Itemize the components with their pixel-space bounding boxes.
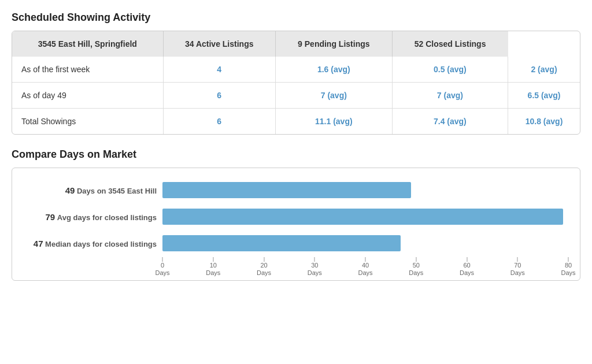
table-row: As of the first week 4 1.6 (avg) 0.5 (av… (12, 57, 580, 83)
row-subject-value: 6 (163, 83, 275, 109)
col-header-subject: 3545 East Hill, Springfield (12, 31, 163, 57)
showing-activity-title: Scheduled Showing Activity (12, 12, 580, 24)
bar-fill-subject (162, 182, 411, 198)
row-closed-value: 10.8 (avg) (508, 109, 580, 135)
bar-label-median: 47 Median days for closed listings (24, 239, 157, 248)
row-active-value: 11.1 (avg) (275, 109, 392, 135)
row-label: As of day 49 (12, 83, 163, 109)
x-axis-tick: 80Days (561, 257, 575, 277)
showing-table: 3545 East Hill, Springfield 34 Active Li… (12, 31, 580, 134)
dom-section: Compare Days on Market 49 Days on 3545 E… (12, 148, 580, 281)
x-axis-tick: 60Days (460, 257, 474, 277)
row-label: Total Showings (12, 109, 163, 135)
bar-label-subject: 49 Days on 3545 East Hill (24, 185, 157, 195)
row-subject-value: 4 (163, 57, 275, 83)
row-pending-value: 7.4 (avg) (392, 109, 508, 135)
bar-row-subject: 49 Days on 3545 East Hill (24, 182, 568, 198)
x-axis-tick: 10Days (206, 257, 220, 277)
showing-activity-section: Scheduled Showing Activity 3545 East Hil… (12, 12, 580, 135)
bar-fill-avg (162, 209, 563, 225)
bar-row-avg: 79 Avg days for closed listings (24, 209, 568, 225)
col-header-pending: 9 Pending Listings (275, 31, 392, 57)
x-axis-tick: 0Days (155, 257, 169, 277)
row-pending-value: 0.5 (avg) (392, 57, 508, 83)
dom-chart-wrapper: 49 Days on 3545 East Hill 79 Avg days fo… (12, 168, 580, 281)
x-axis-tick: 40Days (358, 257, 372, 277)
x-axis-tick: 20Days (257, 257, 271, 277)
table-body: As of the first week 4 1.6 (avg) 0.5 (av… (12, 57, 580, 134)
col-header-active: 34 Active Listings (163, 31, 275, 57)
dom-title: Compare Days on Market (12, 148, 580, 161)
bar-container-median (162, 235, 568, 251)
row-closed-value: 2 (avg) (508, 57, 580, 83)
bar-container-subject (162, 182, 568, 198)
bar-row-median: 47 Median days for closed listings (24, 235, 568, 251)
bar-fill-median (162, 235, 401, 251)
bar-container-avg (162, 209, 568, 225)
showing-table-wrapper: 3545 East Hill, Springfield 34 Active Li… (12, 31, 580, 135)
x-axis-tick: 70Days (510, 257, 525, 277)
table-header: 3545 East Hill, Springfield 34 Active Li… (12, 31, 580, 57)
row-subject-value: 6 (163, 109, 275, 135)
row-active-value: 7 (avg) (275, 83, 392, 109)
row-label: As of the first week (12, 57, 163, 83)
row-pending-value: 7 (avg) (392, 83, 508, 109)
x-axis-ticks: 0Days10Days20Days30Days40Days50Days60Day… (162, 257, 568, 274)
bar-label-avg: 79 Avg days for closed listings (24, 212, 157, 222)
x-axis-tick: 50Days (409, 257, 423, 277)
col-header-closed: 52 Closed Listings (392, 31, 508, 57)
x-axis-tick: 30Days (308, 257, 322, 277)
bar-chart: 49 Days on 3545 East Hill 79 Avg days fo… (24, 182, 568, 251)
row-active-value: 1.6 (avg) (275, 57, 392, 83)
table-row: Total Showings 6 11.1 (avg) 7.4 (avg) 10… (12, 109, 580, 135)
table-row: As of day 49 6 7 (avg) 7 (avg) 6.5 (avg) (12, 83, 580, 109)
row-closed-value: 6.5 (avg) (508, 83, 580, 109)
x-axis: 0Days10Days20Days30Days40Days50Days60Day… (162, 257, 568, 274)
